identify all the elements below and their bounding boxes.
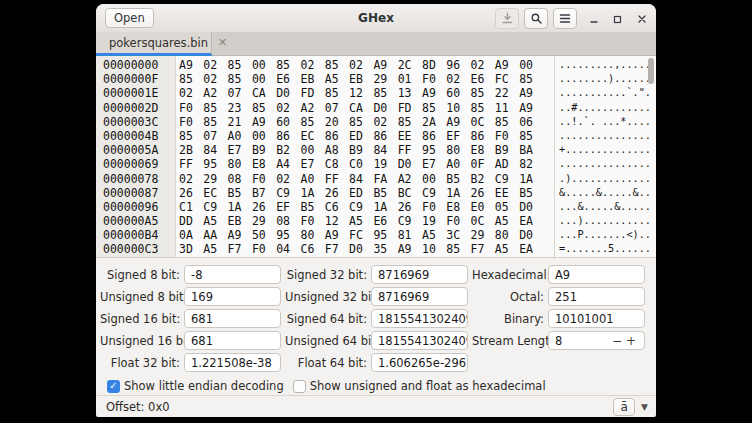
stream-length-decrement-button[interactable]: − [610,334,624,348]
hex-byte[interactable]: C9 [349,200,373,214]
hex-byte[interactable]: D0 [276,86,300,100]
hex-byte[interactable]: 11 [495,101,519,115]
hex-byte[interactable]: 07 [203,129,227,143]
hex-byte[interactable]: 26 [325,186,349,200]
hex-byte[interactable]: A9 [495,58,519,72]
hex-byte[interactable]: 95 [422,143,446,157]
hex-byte[interactable]: 85 [179,129,203,143]
menu-button[interactable] [553,8,577,29]
hex-byte[interactable]: 85 [471,86,495,100]
hex-byte[interactable]: EA [519,214,543,228]
hex-byte[interactable]: 85 [300,115,324,129]
hex-byte[interactable]: 35 [373,242,397,256]
hex-byte[interactable]: A5 [325,72,349,86]
hex-byte[interactable]: 95 [276,228,300,242]
ascii-row[interactable]: ..!.`. ...*.... [559,115,651,129]
hex-byte[interactable]: EB [349,72,373,86]
hex-byte[interactable]: 02 [203,72,227,86]
hex-byte[interactable]: 85 [252,101,276,115]
hex-byte[interactable]: 85 [398,115,422,129]
hex-byte[interactable]: E7 [228,143,252,157]
hex-byte[interactable]: F0 [252,242,276,256]
hex-byte[interactable]: 85 [495,115,519,129]
hex-byte[interactable]: 85 [228,72,252,86]
hex-byte[interactable]: A9 [422,86,446,100]
hex-byte[interactable]: 29 [471,228,495,242]
hex-byte[interactable]: 26 [179,186,203,200]
hex-byte[interactable]: 19 [373,157,397,171]
hex-byte[interactable]: E6 [276,72,300,86]
hex-byte[interactable]: 85 [325,86,349,100]
hex-byte[interactable]: A0 [300,172,324,186]
hex-byte[interactable]: 86 [422,129,446,143]
hex-byte[interactable]: A5 [203,242,227,256]
hex-byte[interactable]: A5 [422,228,446,242]
ascii-row[interactable]: =.......5...... [559,242,651,256]
hex-byte[interactable]: FD [300,86,324,100]
hex-byte[interactable]: 02 [276,101,300,115]
hex-byte[interactable]: 06 [519,115,543,129]
hex-byte[interactable]: F0 [252,172,276,186]
hex-byte[interactable]: 0A [179,228,203,242]
hex-byte[interactable]: A9 [446,115,470,129]
hex-byte[interactable]: A5 [495,242,519,256]
hex-byte[interactable]: 2B [179,143,203,157]
hex-byte[interactable]: FD [398,101,422,115]
hex-byte[interactable]: 8D [422,58,446,72]
hex-byte[interactable]: C9 [495,172,519,186]
hex-byte[interactable]: EF [446,129,470,143]
hex-byte[interactable]: EE [398,129,422,143]
hex-byte[interactable]: 02 [276,172,300,186]
hex-byte[interactable]: 85 [422,101,446,115]
hex-byte[interactable]: E6 [373,214,397,228]
hex-byte[interactable]: A4 [276,157,300,171]
hex-byte[interactable]: 0C [471,214,495,228]
hex-byte[interactable]: 86 [276,129,300,143]
hex-byte[interactable]: C1 [179,200,203,214]
hex-byte[interactable]: E8 [252,157,276,171]
minimize-button[interactable] [586,8,601,29]
hex-byte[interactable]: 02 [446,72,470,86]
hex-byte[interactable]: 84 [349,172,373,186]
hex-byte[interactable]: 02 [300,58,324,72]
hex-byte[interactable]: 1A [519,172,543,186]
hex-byte[interactable]: 02 [179,86,203,100]
hex-byte[interactable]: FF [325,172,349,186]
hex-byte[interactable]: 95 [203,157,227,171]
hex-byte[interactable]: A9 [325,228,349,242]
ascii-row[interactable]: &.....&.....&.. [559,186,651,200]
hex-byte[interactable]: 02 [203,58,227,72]
hex-byte[interactable]: F0 [300,214,324,228]
hex-byte[interactable]: 08 [276,214,300,228]
hex-byte[interactable]: 85 [446,242,470,256]
hex-byte[interactable]: 29 [203,172,227,186]
hex-byte[interactable]: B5 [519,186,543,200]
hex-byte[interactable]: 84 [373,143,397,157]
titlebar[interactable]: Open GHex [96,4,656,33]
hex-byte[interactable]: D0 [349,242,373,256]
hex-byte[interactable]: 85 [519,129,543,143]
hex-byte[interactable]: D0 [519,200,543,214]
hex-byte[interactable]: C0 [349,157,373,171]
hex-byte[interactable]: FA [373,172,397,186]
hex-byte[interactable]: 80 [495,228,519,242]
hex-byte[interactable]: 0F [471,157,495,171]
hex-byte[interactable]: 07 [325,101,349,115]
hex-byte[interactable]: 85 [471,101,495,115]
checkbox-checked-icon[interactable]: ✓ [107,380,120,393]
hex-byte[interactable]: ED [349,129,373,143]
hex-byte[interactable]: ED [349,186,373,200]
hex-byte[interactable]: C6 [300,242,324,256]
hex-byte[interactable]: 85 [179,72,203,86]
hex-byte[interactable]: C9 [276,186,300,200]
tab-pokersquares-bin[interactable]: pokersquares.bin ✕ [96,32,212,56]
hex-byte[interactable]: 00 [300,143,324,157]
hex-byte[interactable]: 02 [349,58,373,72]
hex-byte[interactable]: 1A [446,186,470,200]
hex-byte[interactable]: E8 [446,200,470,214]
decode-entry-unsigned-32-bit[interactable]: 8716969 [371,287,468,306]
hex-byte[interactable]: 85 [228,58,252,72]
stream-length-increment-button[interactable]: + [624,334,638,348]
hex-byte[interactable]: 3D [179,242,203,256]
hex-byte[interactable]: 01 [398,72,422,86]
